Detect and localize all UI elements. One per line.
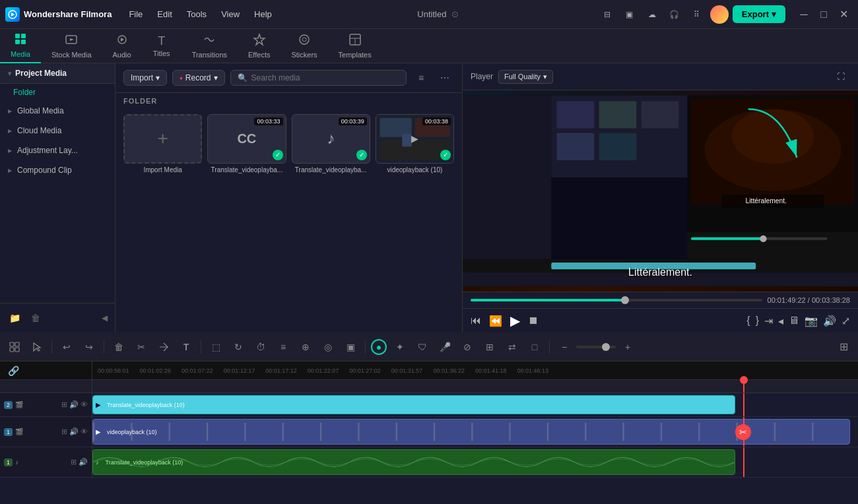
- film-icon[interactable]: ▣: [620, 5, 639, 24]
- search-input[interactable]: [251, 73, 399, 82]
- tab-transitions[interactable]: Transitions: [182, 29, 238, 63]
- track-icon-a1[interactable]: ⊞: [71, 458, 77, 466]
- record-button[interactable]: ● Record ▾: [172, 70, 225, 86]
- more-options-icon[interactable]: ⋯: [436, 69, 454, 87]
- sidebar-folder[interactable]: Folder: [0, 84, 115, 101]
- clip-translate-audio[interactable]: ♪ Translate_videoplayback (10): [92, 449, 735, 475]
- quality-select[interactable]: Full Quality ▾: [498, 70, 553, 84]
- tab-titles[interactable]: T Titles: [142, 29, 182, 63]
- tl-mask-icon[interactable]: ▣: [341, 338, 360, 356]
- tl-mic-icon[interactable]: 🎤: [436, 338, 454, 356]
- tl-text-icon[interactable]: T: [177, 338, 195, 356]
- sidebar-item-cloud-media[interactable]: ▶ Cloud Media: [0, 121, 115, 141]
- media-item-2[interactable]: ♪ 00:03:39 ✓ Translate_videoplayba...: [292, 114, 370, 173]
- add-marker-icon[interactable]: ⇥: [764, 315, 773, 327]
- tl-playhead-toggle[interactable]: ●: [371, 339, 387, 355]
- tl-trim-icon[interactable]: [154, 338, 173, 356]
- remove-folder-icon[interactable]: 🗑: [26, 309, 45, 327]
- track-icon-a2[interactable]: 🔊: [79, 458, 88, 466]
- player-preview-svg: Littéralement.: [463, 90, 858, 292]
- tab-media[interactable]: Media: [0, 29, 41, 63]
- filter-icon[interactable]: ≡: [412, 69, 430, 87]
- volume-icon[interactable]: 🔊: [823, 315, 836, 327]
- menu-file[interactable]: File: [122, 7, 149, 22]
- tl-undo-icon[interactable]: ↩: [57, 338, 76, 356]
- add-folder-icon[interactable]: 📁: [5, 309, 24, 327]
- dots-icon[interactable]: ⠿: [688, 5, 706, 24]
- snapshot-icon[interactable]: 📷: [805, 315, 818, 327]
- tl-delete-icon[interactable]: 🗑: [110, 338, 128, 356]
- zoom-out-icon[interactable]: −: [555, 338, 574, 356]
- tab-audio[interactable]: Audio: [102, 29, 142, 63]
- sidebar-item-global-media[interactable]: ▶ Global Media: [0, 101, 115, 121]
- progress-thumb[interactable]: [621, 296, 629, 304]
- tl-shield-icon[interactable]: 🛡: [413, 338, 432, 356]
- tl-swap-icon[interactable]: ⇄: [503, 338, 521, 356]
- progress-bar[interactable]: [471, 299, 762, 301]
- track-icon-2a[interactable]: ⊞: [61, 400, 67, 409]
- mark-in-icon[interactable]: {: [746, 315, 750, 327]
- mark-out-icon[interactable]: }: [756, 315, 759, 327]
- play-button[interactable]: ▶: [510, 313, 520, 329]
- tl-speed-icon[interactable]: ⏱: [251, 338, 270, 356]
- tab-templates[interactable]: Templates: [328, 29, 382, 63]
- tl-rotate-icon[interactable]: ↻: [229, 338, 248, 356]
- expand-icon[interactable]: ⤢: [842, 315, 850, 327]
- track-eye-icon-1[interactable]: 👁: [81, 427, 88, 436]
- zoom-slider[interactable]: [576, 346, 616, 348]
- tab-stickers[interactable]: Stickers: [280, 29, 327, 63]
- sidebar-item-adjustment-layer[interactable]: ▶ Adjustment Lay...: [0, 141, 115, 160]
- minimize-button[interactable]: ─: [795, 5, 813, 24]
- media-item-1[interactable]: CC 00:03:33 ✓ Translate_videoplayba...: [207, 114, 286, 173]
- svg-text:Littéralement.: Littéralement.: [746, 197, 787, 205]
- tl-effects-icon[interactable]: ✦: [391, 338, 409, 356]
- tl-split-icon[interactable]: ✂: [132, 338, 150, 356]
- svg-rect-41: [10, 348, 14, 352]
- tab-effects[interactable]: Effects: [238, 29, 280, 63]
- import-button[interactable]: Import ▾: [123, 70, 167, 86]
- rewind-button[interactable]: ⏮: [471, 315, 481, 327]
- menu-view[interactable]: View: [214, 7, 246, 22]
- menu-tools[interactable]: Tools: [180, 7, 213, 22]
- sidebar-collapse-icon[interactable]: ◀: [99, 309, 110, 327]
- fullscreen-icon[interactable]: ⛶: [832, 67, 850, 86]
- chevron-left-icon[interactable]: ◂: [778, 315, 783, 327]
- stop-button[interactable]: ⏹: [528, 315, 539, 327]
- tl-grid-icon[interactable]: [5, 338, 24, 356]
- frame-back-button[interactable]: ⏪: [489, 315, 502, 327]
- user-avatar[interactable]: [710, 5, 729, 24]
- tl-clip-icon[interactable]: ⊘: [458, 338, 477, 356]
- chain-link-icon[interactable]: 🔗: [4, 362, 22, 380]
- tl-track-icon[interactable]: ⊞: [480, 338, 499, 356]
- track-icon-2b[interactable]: 🔊: [69, 400, 79, 409]
- ruler-mark-3: 00:01:12:17: [218, 367, 261, 374]
- monitor-icon[interactable]: ⊟: [598, 5, 616, 24]
- track-icon-1b[interactable]: 🔊: [69, 427, 79, 436]
- cut-button[interactable]: ✂: [735, 424, 751, 440]
- tl-redo-icon[interactable]: ↪: [80, 338, 98, 356]
- tl-captions-icon[interactable]: □: [525, 338, 544, 356]
- tl-crop-icon[interactable]: ⬚: [207, 338, 225, 356]
- sidebar-item-compound-clip[interactable]: ▶ Compound Clip: [0, 160, 115, 180]
- menu-edit[interactable]: Edit: [150, 7, 178, 22]
- clip-translate-video2[interactable]: ▶ Translate_videoplayback (10): [92, 395, 735, 414]
- menu-help[interactable]: Help: [248, 7, 279, 22]
- export-button[interactable]: Export ▾: [733, 5, 785, 23]
- import-media-item[interactable]: + Import Media: [123, 114, 202, 173]
- tl-select-icon[interactable]: [28, 338, 46, 356]
- media-item-3[interactable]: 00:03:38 ✓ ▶ videoplayback (10): [376, 114, 454, 173]
- tl-color-icon[interactable]: ≡: [274, 338, 292, 356]
- tl-view-toggle[interactable]: ⊞: [834, 338, 853, 356]
- screen-icon[interactable]: 🖥: [789, 315, 799, 327]
- track-icon-1a[interactable]: ⊞: [61, 427, 67, 436]
- audio-tab-icon: [116, 33, 129, 49]
- headphone-icon[interactable]: 🎧: [665, 5, 684, 24]
- track-eye-icon-2[interactable]: 👁: [81, 400, 88, 409]
- tl-ai-icon[interactable]: ⊕: [296, 338, 315, 356]
- tab-stock-media[interactable]: Stock Media: [41, 29, 102, 63]
- cloud-icon[interactable]: ☁: [643, 5, 661, 24]
- close-button[interactable]: ✕: [834, 5, 853, 24]
- zoom-in-icon[interactable]: +: [618, 338, 637, 356]
- tl-motion-icon[interactable]: ◎: [319, 338, 337, 356]
- maximize-button[interactable]: □: [814, 5, 833, 24]
